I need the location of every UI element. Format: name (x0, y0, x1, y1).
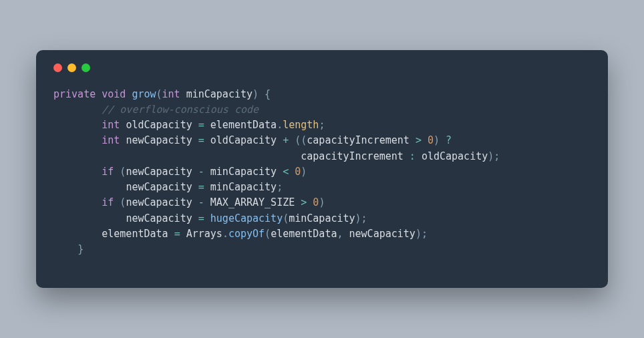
code-token: hugeCapacity (210, 212, 283, 224)
code-token (204, 212, 210, 224)
code-token: int (102, 119, 120, 131)
code-token (53, 150, 301, 162)
code-token: 0 (295, 166, 301, 178)
code-token: > (416, 134, 422, 146)
code-token: ) (434, 134, 440, 146)
code-token (422, 134, 428, 146)
code-token: = (198, 134, 204, 146)
code-token: ; (277, 181, 283, 193)
code-token (307, 196, 313, 208)
code-token: . (277, 119, 283, 131)
code-token: private (53, 88, 96, 100)
code-token (53, 119, 102, 131)
code-token (180, 228, 186, 240)
code-token: minCapacity (210, 181, 277, 193)
code-token: < (283, 166, 289, 178)
code-token: capacityIncrement (307, 134, 410, 146)
code-token (192, 181, 198, 193)
code-token (192, 212, 198, 224)
code-token (53, 243, 77, 255)
code-token (168, 228, 174, 240)
code-token (192, 119, 198, 131)
code-token: > (301, 196, 307, 208)
code-token: ); (488, 150, 500, 162)
code-line: } (53, 243, 84, 255)
code-token: newCapacity (126, 212, 192, 224)
code-token (53, 181, 126, 193)
code-token (53, 166, 102, 178)
code-token: Arrays (186, 228, 222, 240)
code-token: ) (319, 196, 325, 208)
code-token: newCapacity (126, 181, 192, 193)
code-token: newCapacity (349, 228, 416, 240)
code-line: if (newCapacity - MAX_ARRAY_SIZE > 0) (53, 196, 325, 208)
code-token: elementData (210, 119, 277, 131)
code-token: copyOf (228, 228, 265, 240)
code-block: private void grow(int minCapacity) { // … (53, 87, 591, 258)
code-token: = (198, 181, 204, 193)
code-token: int (102, 134, 120, 146)
code-line: // overflow-conscious code (53, 104, 259, 116)
code-token: newCapacity (126, 134, 192, 146)
code-token: elementData (271, 228, 337, 240)
code-token (289, 166, 295, 178)
code-token (404, 150, 410, 162)
code-token (416, 150, 422, 162)
code-line: capacityIncrement : oldCapacity); (53, 150, 500, 162)
code-token (114, 166, 120, 178)
code-token (114, 196, 120, 208)
code-window: private void grow(int minCapacity) { // … (36, 50, 608, 289)
code-token: length (283, 119, 319, 131)
window-titlebar (53, 63, 591, 72)
code-token: if (102, 166, 114, 178)
code-token (204, 166, 210, 178)
code-token: MAX_ARRAY_SIZE (210, 196, 295, 208)
code-token: = (174, 228, 180, 240)
code-token: = (198, 119, 204, 131)
code-token: ) (253, 88, 259, 100)
code-token (192, 166, 198, 178)
code-token: ; (319, 119, 325, 131)
code-line: elementData = Arrays.copyOf(elementData,… (53, 228, 428, 240)
code-token (192, 134, 198, 146)
code-token (410, 134, 416, 146)
code-line: int oldCapacity = elementData.length; (53, 119, 325, 131)
code-token: ); (355, 212, 367, 224)
code-token: ( (283, 212, 289, 224)
code-token: newCapacity (126, 166, 192, 178)
code-token: : (410, 150, 416, 162)
code-token: ? (446, 134, 452, 146)
close-icon[interactable] (53, 63, 62, 72)
code-token (53, 228, 102, 240)
code-token: oldCapacity (210, 134, 277, 146)
code-token (53, 104, 102, 116)
code-token (192, 196, 198, 208)
code-token: void (102, 88, 126, 100)
code-token: ) (301, 166, 307, 178)
code-token (295, 196, 301, 208)
code-token (289, 134, 295, 146)
code-token: // overflow-conscious code (102, 104, 259, 116)
code-token (53, 212, 126, 224)
code-token: oldCapacity (422, 150, 488, 162)
code-token: (( (295, 134, 307, 146)
code-token: + (283, 134, 289, 146)
code-token (277, 166, 283, 178)
code-token: minCapacity (186, 88, 253, 100)
code-token: minCapacity (289, 212, 355, 224)
code-token: . (222, 228, 228, 240)
code-token: oldCapacity (126, 119, 192, 131)
code-token: ); (416, 228, 428, 240)
minimize-icon[interactable] (67, 63, 76, 72)
zoom-icon[interactable] (82, 63, 90, 72)
code-token (343, 228, 349, 240)
code-token (96, 88, 102, 100)
code-token: if (102, 196, 114, 208)
code-token (204, 196, 210, 208)
code-line: newCapacity = minCapacity; (53, 181, 283, 193)
code-token (204, 134, 210, 146)
code-line: newCapacity = hugeCapacity(minCapacity); (53, 212, 367, 224)
code-token: , (337, 228, 343, 240)
code-token: int (162, 88, 180, 100)
code-token: } (77, 243, 84, 255)
